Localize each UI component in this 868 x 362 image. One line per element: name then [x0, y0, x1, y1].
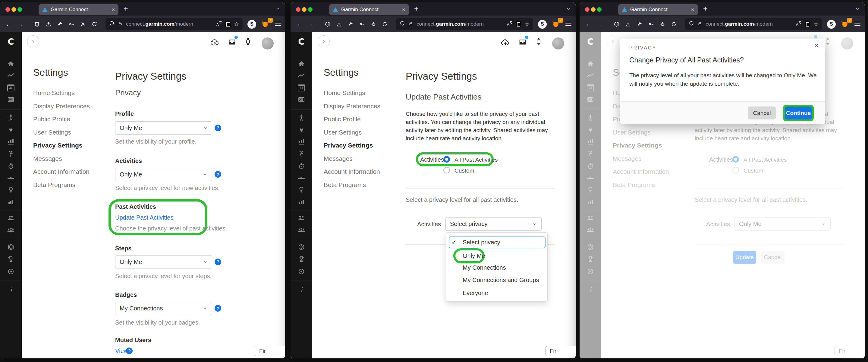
radio-all-past-activities-label[interactable]: All Past Activities: [455, 157, 498, 163]
back-button[interactable]: ←: [585, 21, 592, 27]
sidebar-performance-icon[interactable]: [0, 138, 22, 145]
update-past-activities-link[interactable]: Update Past Activities: [115, 214, 173, 221]
sidebar-running-shoe-icon[interactable]: [290, 174, 312, 180]
downloads-icon[interactable]: [625, 21, 631, 27]
wrench-icon[interactable]: [57, 21, 63, 27]
badges-privacy-select[interactable]: My Connections: [115, 302, 212, 315]
muted-users-help-icon[interactable]: ?: [126, 347, 133, 354]
url-text[interactable]: connect.garmin.com/modern: [416, 21, 504, 27]
settings-nav-item-privacy[interactable]: Privacy Settings: [33, 139, 90, 152]
extension-fox-icon[interactable]: 7: [261, 20, 270, 28]
bookmark-star-icon[interactable]: ☆: [813, 21, 818, 28]
settings-nav-item-home[interactable]: Home Settings: [33, 86, 90, 100]
bookmark-star-icon[interactable]: ☆: [234, 21, 239, 28]
settings-nav-item-messages[interactable]: Messages: [324, 152, 380, 165]
reader-mode-icon[interactable]: [805, 21, 810, 27]
wrench-icon[interactable]: [347, 21, 354, 27]
extension-fox-icon[interactable]: 7: [841, 20, 849, 28]
expand-sidebar-button[interactable]: ›: [27, 35, 39, 47]
lock-icon[interactable]: [408, 21, 413, 27]
sidebar-stopwatch-icon[interactable]: [0, 162, 22, 170]
translate-icon[interactable]: A: [507, 21, 513, 27]
sidebar-news-icon[interactable]: [0, 96, 22, 103]
sidebar-reports-icon[interactable]: [290, 198, 312, 205]
key-icon[interactable]: [359, 21, 365, 27]
badges-help-icon[interactable]: ?: [215, 305, 221, 312]
sidebar-performance-icon[interactable]: [290, 138, 312, 145]
upload-cloud-icon[interactable]: [500, 38, 510, 47]
sidebar-golf-icon[interactable]: [290, 150, 312, 158]
sidebar-stopwatch-icon[interactable]: [290, 162, 312, 170]
zoom-window-button[interactable]: [18, 7, 22, 12]
radio-custom[interactable]: [443, 167, 450, 173]
sidebar-badges-icon[interactable]: [0, 244, 22, 251]
radio-custom-label[interactable]: Custom: [455, 167, 474, 174]
shield-icon[interactable]: [109, 21, 115, 27]
dropdown-option-select-privacy[interactable]: Select privacy: [463, 239, 500, 246]
close-window-button[interactable]: [585, 7, 590, 12]
sidebar-trophy-icon[interactable]: [0, 256, 22, 263]
dropdown-option-everyone[interactable]: Everyone: [463, 289, 488, 297]
reload-icon[interactable]: [381, 21, 388, 27]
radio-all-past-activities[interactable]: [443, 156, 450, 163]
url-text[interactable]: connect.garmin.com/modern: [706, 21, 793, 27]
activities-privacy-select[interactable]: Only Me: [115, 168, 212, 181]
sidebar-info-icon[interactable]: i: [290, 286, 312, 294]
tab-close-icon[interactable]: ×: [400, 6, 405, 13]
translate-icon[interactable]: A: [216, 21, 222, 27]
sidebar-health-heart-icon[interactable]: ♥: [0, 126, 22, 134]
expand-sidebar-button[interactable]: ›: [318, 35, 330, 47]
garmin-logo[interactable]: C: [0, 36, 22, 47]
settings-gear-icon[interactable]: [80, 21, 86, 27]
extension-s-icon[interactable]: S: [247, 20, 256, 29]
downloads-icon[interactable]: [45, 21, 52, 27]
settings-nav-item-beta[interactable]: Beta Programs: [33, 178, 90, 192]
sidebar-calendar-icon[interactable]: 31: [0, 84, 22, 91]
settings-nav-item-account[interactable]: Account Information: [324, 165, 380, 178]
back-button[interactable]: ←: [5, 21, 12, 27]
settings-nav-item-messages[interactable]: Messages: [33, 152, 90, 165]
sidebar-info-icon[interactable]: i: [0, 286, 22, 294]
new-tab-button[interactable]: +: [124, 4, 128, 13]
steps-privacy-select[interactable]: Only Me: [115, 255, 212, 269]
sidebar-insights-bulb-icon[interactable]: [0, 187, 22, 194]
address-bar[interactable]: connect.garmin.com/modern A ☆: [105, 18, 243, 30]
sidebar-health-heart-icon[interactable]: ♥: [290, 126, 312, 134]
browser-tab[interactable]: Garmin Connect ×: [618, 4, 698, 15]
new-tab-button[interactable]: +: [414, 4, 418, 13]
extension-s-icon[interactable]: S: [827, 20, 836, 29]
new-tab-button[interactable]: +: [703, 4, 708, 13]
address-bar[interactable]: connect.garmin.com/modern A ☆: [685, 18, 822, 30]
browser-tab[interactable]: Garmin Connect ×: [38, 4, 119, 15]
notifications-inbox-icon[interactable]: [228, 38, 236, 47]
sidebar-insights-bulb-icon[interactable]: [290, 187, 312, 194]
bookmark-star-icon[interactable]: ☆: [524, 21, 530, 28]
zoom-window-button[interactable]: [597, 7, 601, 12]
menu-hamburger-icon[interactable]: [275, 22, 281, 27]
lock-icon[interactable]: [118, 21, 123, 27]
reload-icon[interactable]: [671, 21, 677, 27]
shield-icon[interactable]: [400, 21, 405, 27]
steps-help-icon[interactable]: ?: [215, 258, 221, 265]
sidebar-home-icon[interactable]: [0, 60, 22, 67]
minimize-window-button[interactable]: [302, 7, 307, 12]
key-icon[interactable]: [68, 21, 75, 27]
menu-hamburger-icon[interactable]: [855, 22, 861, 27]
extensions-puzzle-icon[interactable]: [324, 21, 331, 27]
close-window-button[interactable]: [5, 7, 10, 12]
settings-nav-item-beta[interactable]: Beta Programs: [324, 178, 380, 192]
sidebar-news-icon[interactable]: [290, 96, 312, 103]
tab-close-icon[interactable]: ×: [110, 6, 115, 13]
sidebar-activity-icon[interactable]: [0, 73, 22, 78]
sidebar-connections-icon[interactable]: [290, 215, 312, 221]
sidebar-groups-icon[interactable]: [0, 227, 22, 233]
forward-button[interactable]: →: [17, 21, 24, 27]
sidebar-wellness-icon[interactable]: [0, 114, 22, 121]
minimize-window-button[interactable]: [591, 7, 595, 12]
back-button[interactable]: ←: [296, 21, 303, 27]
minimize-window-button[interactable]: [11, 7, 16, 12]
close-window-button[interactable]: [296, 7, 301, 12]
dialog-continue-button[interactable]: Continue: [785, 107, 812, 119]
avatar[interactable]: [261, 37, 274, 50]
sidebar-running-shoe-icon[interactable]: [0, 174, 22, 180]
